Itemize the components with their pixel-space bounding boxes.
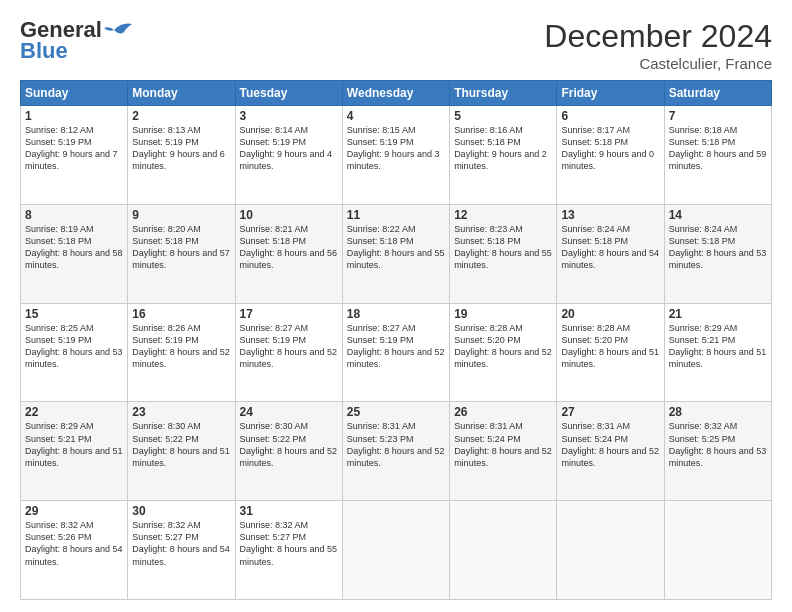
day-number: 8	[25, 208, 123, 222]
day-info: Sunrise: 8:28 AM Sunset: 5:20 PM Dayligh…	[561, 322, 659, 371]
page: General Blue December 2024 Castelculier,…	[0, 0, 792, 612]
table-row: 29 Sunrise: 8:32 AM Sunset: 5:26 PM Dayl…	[21, 501, 128, 600]
col-monday: Monday	[128, 81, 235, 106]
day-number: 6	[561, 109, 659, 123]
day-number: 31	[240, 504, 338, 518]
day-number: 20	[561, 307, 659, 321]
day-number: 18	[347, 307, 445, 321]
location-title: Castelculier, France	[544, 55, 772, 72]
table-row	[342, 501, 449, 600]
day-number: 26	[454, 405, 552, 419]
day-number: 28	[669, 405, 767, 419]
day-number: 21	[669, 307, 767, 321]
day-info: Sunrise: 8:24 AM Sunset: 5:18 PM Dayligh…	[561, 223, 659, 272]
table-row: 20 Sunrise: 8:28 AM Sunset: 5:20 PM Dayl…	[557, 303, 664, 402]
day-info: Sunrise: 8:32 AM Sunset: 5:26 PM Dayligh…	[25, 519, 123, 568]
day-number: 25	[347, 405, 445, 419]
day-number: 14	[669, 208, 767, 222]
col-sunday: Sunday	[21, 81, 128, 106]
day-info: Sunrise: 8:14 AM Sunset: 5:19 PM Dayligh…	[240, 124, 338, 173]
day-number: 17	[240, 307, 338, 321]
table-row	[664, 501, 771, 600]
day-number: 22	[25, 405, 123, 419]
table-row: 19 Sunrise: 8:28 AM Sunset: 5:20 PM Dayl…	[450, 303, 557, 402]
day-info: Sunrise: 8:30 AM Sunset: 5:22 PM Dayligh…	[240, 420, 338, 469]
table-row: 18 Sunrise: 8:27 AM Sunset: 5:19 PM Dayl…	[342, 303, 449, 402]
col-thursday: Thursday	[450, 81, 557, 106]
day-info: Sunrise: 8:15 AM Sunset: 5:19 PM Dayligh…	[347, 124, 445, 173]
day-info: Sunrise: 8:25 AM Sunset: 5:19 PM Dayligh…	[25, 322, 123, 371]
day-info: Sunrise: 8:27 AM Sunset: 5:19 PM Dayligh…	[347, 322, 445, 371]
day-info: Sunrise: 8:23 AM Sunset: 5:18 PM Dayligh…	[454, 223, 552, 272]
table-row: 15 Sunrise: 8:25 AM Sunset: 5:19 PM Dayl…	[21, 303, 128, 402]
day-info: Sunrise: 8:29 AM Sunset: 5:21 PM Dayligh…	[669, 322, 767, 371]
day-number: 12	[454, 208, 552, 222]
day-number: 11	[347, 208, 445, 222]
day-number: 13	[561, 208, 659, 222]
day-number: 16	[132, 307, 230, 321]
table-row: 8 Sunrise: 8:19 AM Sunset: 5:18 PM Dayli…	[21, 204, 128, 303]
table-row: 2 Sunrise: 8:13 AM Sunset: 5:19 PM Dayli…	[128, 106, 235, 205]
day-info: Sunrise: 8:32 AM Sunset: 5:25 PM Dayligh…	[669, 420, 767, 469]
day-info: Sunrise: 8:31 AM Sunset: 5:24 PM Dayligh…	[561, 420, 659, 469]
day-info: Sunrise: 8:29 AM Sunset: 5:21 PM Dayligh…	[25, 420, 123, 469]
day-info: Sunrise: 8:30 AM Sunset: 5:22 PM Dayligh…	[132, 420, 230, 469]
day-info: Sunrise: 8:19 AM Sunset: 5:18 PM Dayligh…	[25, 223, 123, 272]
day-number: 30	[132, 504, 230, 518]
logo-bird-icon	[104, 20, 132, 40]
day-info: Sunrise: 8:16 AM Sunset: 5:18 PM Dayligh…	[454, 124, 552, 173]
table-row: 17 Sunrise: 8:27 AM Sunset: 5:19 PM Dayl…	[235, 303, 342, 402]
table-row: 6 Sunrise: 8:17 AM Sunset: 5:18 PM Dayli…	[557, 106, 664, 205]
day-info: Sunrise: 8:32 AM Sunset: 5:27 PM Dayligh…	[240, 519, 338, 568]
day-info: Sunrise: 8:31 AM Sunset: 5:23 PM Dayligh…	[347, 420, 445, 469]
day-number: 3	[240, 109, 338, 123]
day-info: Sunrise: 8:21 AM Sunset: 5:18 PM Dayligh…	[240, 223, 338, 272]
day-info: Sunrise: 8:27 AM Sunset: 5:19 PM Dayligh…	[240, 322, 338, 371]
day-info: Sunrise: 8:24 AM Sunset: 5:18 PM Dayligh…	[669, 223, 767, 272]
calendar-header-row: Sunday Monday Tuesday Wednesday Thursday…	[21, 81, 772, 106]
table-row: 7 Sunrise: 8:18 AM Sunset: 5:18 PM Dayli…	[664, 106, 771, 205]
table-row: 30 Sunrise: 8:32 AM Sunset: 5:27 PM Dayl…	[128, 501, 235, 600]
table-row: 5 Sunrise: 8:16 AM Sunset: 5:18 PM Dayli…	[450, 106, 557, 205]
day-number: 23	[132, 405, 230, 419]
logo-blue: Blue	[20, 38, 68, 64]
header: General Blue December 2024 Castelculier,…	[20, 18, 772, 72]
day-info: Sunrise: 8:12 AM Sunset: 5:19 PM Dayligh…	[25, 124, 123, 173]
calendar-table: Sunday Monday Tuesday Wednesday Thursday…	[20, 80, 772, 600]
table-row: 13 Sunrise: 8:24 AM Sunset: 5:18 PM Dayl…	[557, 204, 664, 303]
table-row: 9 Sunrise: 8:20 AM Sunset: 5:18 PM Dayli…	[128, 204, 235, 303]
title-block: December 2024 Castelculier, France	[544, 18, 772, 72]
table-row: 31 Sunrise: 8:32 AM Sunset: 5:27 PM Dayl…	[235, 501, 342, 600]
month-title: December 2024	[544, 18, 772, 55]
day-number: 27	[561, 405, 659, 419]
table-row: 28 Sunrise: 8:32 AM Sunset: 5:25 PM Dayl…	[664, 402, 771, 501]
table-row: 26 Sunrise: 8:31 AM Sunset: 5:24 PM Dayl…	[450, 402, 557, 501]
day-number: 15	[25, 307, 123, 321]
table-row: 16 Sunrise: 8:26 AM Sunset: 5:19 PM Dayl…	[128, 303, 235, 402]
table-row: 12 Sunrise: 8:23 AM Sunset: 5:18 PM Dayl…	[450, 204, 557, 303]
day-info: Sunrise: 8:20 AM Sunset: 5:18 PM Dayligh…	[132, 223, 230, 272]
table-row: 11 Sunrise: 8:22 AM Sunset: 5:18 PM Dayl…	[342, 204, 449, 303]
col-friday: Friday	[557, 81, 664, 106]
table-row	[450, 501, 557, 600]
day-info: Sunrise: 8:28 AM Sunset: 5:20 PM Dayligh…	[454, 322, 552, 371]
day-number: 7	[669, 109, 767, 123]
table-row: 4 Sunrise: 8:15 AM Sunset: 5:19 PM Dayli…	[342, 106, 449, 205]
table-row: 24 Sunrise: 8:30 AM Sunset: 5:22 PM Dayl…	[235, 402, 342, 501]
day-info: Sunrise: 8:32 AM Sunset: 5:27 PM Dayligh…	[132, 519, 230, 568]
day-number: 29	[25, 504, 123, 518]
day-number: 9	[132, 208, 230, 222]
day-info: Sunrise: 8:13 AM Sunset: 5:19 PM Dayligh…	[132, 124, 230, 173]
day-number: 5	[454, 109, 552, 123]
day-info: Sunrise: 8:22 AM Sunset: 5:18 PM Dayligh…	[347, 223, 445, 272]
table-row: 22 Sunrise: 8:29 AM Sunset: 5:21 PM Dayl…	[21, 402, 128, 501]
table-row: 23 Sunrise: 8:30 AM Sunset: 5:22 PM Dayl…	[128, 402, 235, 501]
day-number: 10	[240, 208, 338, 222]
table-row: 3 Sunrise: 8:14 AM Sunset: 5:19 PM Dayli…	[235, 106, 342, 205]
day-number: 24	[240, 405, 338, 419]
day-info: Sunrise: 8:26 AM Sunset: 5:19 PM Dayligh…	[132, 322, 230, 371]
table-row: 21 Sunrise: 8:29 AM Sunset: 5:21 PM Dayl…	[664, 303, 771, 402]
table-row: 25 Sunrise: 8:31 AM Sunset: 5:23 PM Dayl…	[342, 402, 449, 501]
day-number: 2	[132, 109, 230, 123]
table-row: 1 Sunrise: 8:12 AM Sunset: 5:19 PM Dayli…	[21, 106, 128, 205]
